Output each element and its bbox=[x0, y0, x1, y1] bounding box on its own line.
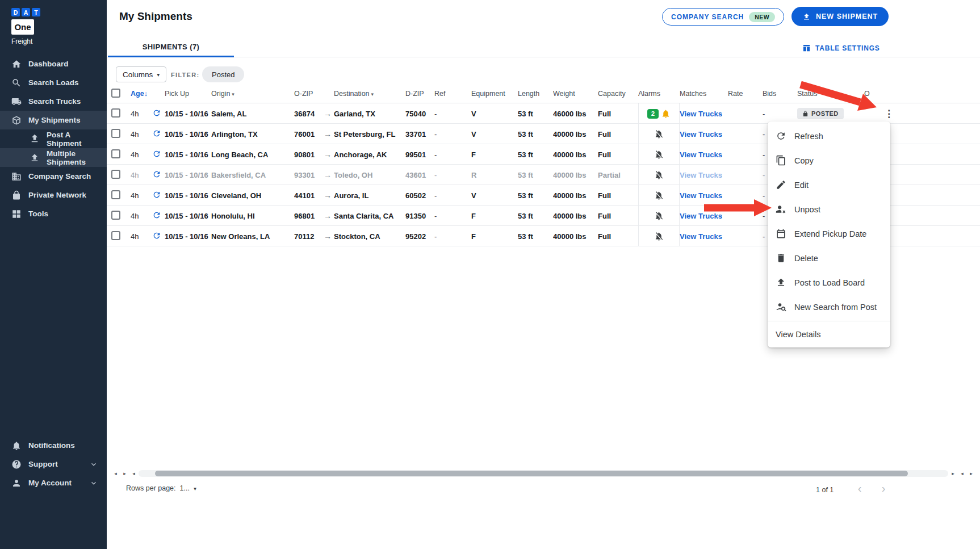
route-arrow-icon: → bbox=[324, 191, 334, 200]
capacity-cell: Full bbox=[598, 191, 638, 200]
sidebar-item-dashboard[interactable]: Dashboard bbox=[0, 55, 107, 73]
row-checkbox[interactable] bbox=[111, 231, 120, 240]
column-header-overflow[interactable]: O bbox=[864, 90, 881, 98]
menu-item-refresh[interactable]: Refresh bbox=[768, 124, 890, 148]
row-menu-button[interactable]: ⋮ bbox=[881, 108, 897, 120]
scroll-left-button[interactable]: ◂ bbox=[111, 470, 120, 477]
column-header-ozip[interactable]: O-ZIP bbox=[294, 90, 324, 98]
menu-item-new-search-from-post[interactable]: New Search from Post bbox=[768, 295, 890, 319]
sidebar-item-private-network[interactable]: Private Network bbox=[0, 186, 107, 204]
muted-bell-icon[interactable] bbox=[654, 211, 664, 221]
table-settings-button[interactable]: TABLE SETTINGS bbox=[802, 44, 880, 52]
sidebar-item-company-search[interactable]: Company Search bbox=[0, 167, 107, 186]
sidebar-item-tools[interactable]: Tools bbox=[0, 204, 107, 223]
filter-posted-chip[interactable]: Posted bbox=[202, 66, 244, 82]
muted-bell-icon[interactable] bbox=[654, 129, 664, 139]
previous-page-button[interactable]: ‹ bbox=[852, 480, 868, 496]
row-checkbox[interactable] bbox=[111, 108, 120, 118]
destination-cell: Stockton, CA bbox=[334, 232, 405, 241]
sidebar-item-support[interactable]: Support bbox=[0, 455, 107, 473]
row-checkbox[interactable] bbox=[111, 211, 120, 220]
scroll-right-button[interactable]: ▸ bbox=[967, 470, 975, 477]
muted-bell-icon[interactable] bbox=[654, 170, 664, 180]
company-search-button[interactable]: COMPANY SEARCH NEW bbox=[662, 8, 784, 26]
menu-item-unpost[interactable]: Unpost bbox=[768, 197, 890, 221]
view-trucks-link[interactable]: View Trucks bbox=[680, 130, 722, 139]
match-count-badge[interactable]: 2 bbox=[647, 109, 659, 119]
column-header-origin[interactable]: Origin▾ bbox=[211, 90, 294, 98]
scrollbar-thumb[interactable] bbox=[155, 471, 908, 476]
logo-freight: Freight bbox=[11, 37, 107, 45]
column-header-destination[interactable]: Destination▾ bbox=[334, 90, 405, 98]
view-trucks-link[interactable]: View Trucks bbox=[680, 232, 722, 241]
tab-shipments[interactable]: SHIPMENTS (7) bbox=[108, 40, 234, 57]
scroll-left-button[interactable]: ◂ bbox=[958, 470, 966, 477]
sidebar-item-search-loads[interactable]: Search Loads bbox=[0, 73, 107, 92]
column-header-bids[interactable]: Bids bbox=[763, 90, 797, 98]
row-checkbox[interactable] bbox=[111, 190, 120, 199]
select-all-checkbox[interactable] bbox=[111, 89, 120, 98]
row-checkbox[interactable] bbox=[111, 149, 120, 158]
capacity-cell: Full bbox=[598, 150, 638, 159]
refresh-row-icon[interactable] bbox=[152, 231, 161, 240]
refresh-row-icon[interactable] bbox=[152, 149, 161, 158]
menu-item-view-details[interactable]: View Details bbox=[768, 321, 890, 347]
row-checkbox[interactable] bbox=[111, 129, 120, 138]
refresh-row-icon[interactable] bbox=[152, 108, 161, 118]
column-header-length[interactable]: Length bbox=[518, 90, 553, 98]
scroll-right-button[interactable]: ▸ bbox=[949, 470, 957, 477]
sidebar-item-my-shipments[interactable]: My Shipments bbox=[0, 111, 107, 129]
column-header-status[interactable]: Status bbox=[797, 90, 864, 98]
menu-item-extend-pickup-date[interactable]: Extend Pickup Date bbox=[768, 221, 890, 246]
age-cell: 4h bbox=[131, 171, 152, 179]
refresh-row-icon[interactable] bbox=[152, 211, 161, 220]
sidebar-item-my-account[interactable]: My Account bbox=[0, 473, 107, 492]
scroll-left-button[interactable]: ◂ bbox=[129, 470, 138, 477]
menu-item-post-to-load-board[interactable]: Post to Load Board bbox=[768, 270, 890, 295]
caret-down-icon: ▾ bbox=[194, 485, 196, 492]
refresh-row-icon[interactable] bbox=[152, 129, 161, 138]
view-trucks-link[interactable]: View Trucks bbox=[680, 150, 722, 159]
scroll-right-button[interactable]: ▸ bbox=[120, 470, 129, 477]
column-header-capacity[interactable]: Capacity bbox=[598, 90, 638, 98]
column-header-dzip[interactable]: D-ZIP bbox=[405, 90, 434, 98]
column-header-equipment[interactable]: Equipment bbox=[471, 90, 518, 98]
muted-bell-icon[interactable] bbox=[654, 232, 664, 241]
column-header-weight[interactable]: Weight bbox=[553, 90, 598, 98]
origin-cell: Salem, AL bbox=[211, 110, 294, 118]
refresh-row-icon[interactable] bbox=[152, 170, 161, 179]
menu-item-copy[interactable]: Copy bbox=[768, 148, 890, 173]
ozip-cell: 44101 bbox=[294, 191, 324, 200]
sidebar-item-search-trucks[interactable]: Search Trucks bbox=[0, 92, 107, 111]
column-header-alarms[interactable]: Alarms bbox=[638, 90, 680, 98]
menu-item-edit[interactable]: Edit bbox=[768, 173, 890, 197]
pickup-cell: 10/15 - 10/16 bbox=[165, 212, 211, 220]
next-page-button[interactable]: › bbox=[876, 480, 891, 496]
equipment-cell: V bbox=[471, 110, 518, 118]
column-header-age[interactable]: Age↓ bbox=[131, 90, 152, 98]
sidebar-item-multiple-shipments[interactable]: Multiple Shipments bbox=[0, 148, 107, 167]
scrollbar-track[interactable] bbox=[139, 470, 948, 477]
view-trucks-link[interactable]: View Trucks bbox=[680, 110, 722, 118]
sidebar-item-notifications[interactable]: Notifications bbox=[0, 436, 107, 455]
columns-dropdown[interactable]: Columns ▾ bbox=[116, 66, 166, 82]
sidebar-item-post-a-shipment[interactable]: Post A Shipment bbox=[0, 129, 107, 148]
row-checkbox[interactable] bbox=[111, 170, 120, 179]
muted-bell-icon[interactable] bbox=[654, 191, 664, 200]
refresh-row-icon[interactable] bbox=[152, 190, 161, 199]
menu-item-delete[interactable]: Delete bbox=[768, 246, 890, 270]
length-cell: 53 ft bbox=[518, 191, 553, 200]
view-trucks-link[interactable]: View Trucks bbox=[680, 191, 722, 200]
columns-label: Columns bbox=[123, 70, 153, 79]
view-trucks-link[interactable]: View Trucks bbox=[680, 212, 722, 220]
rows-per-page-control[interactable]: Rows per page: 1... ▾ bbox=[126, 484, 196, 492]
muted-bell-icon[interactable] bbox=[654, 150, 664, 160]
column-header-ref[interactable]: Ref bbox=[434, 90, 471, 98]
view-trucks-link[interactable]: View Trucks bbox=[680, 171, 722, 179]
column-header-matches[interactable]: Matches bbox=[680, 90, 728, 98]
column-header-pickup[interactable]: Pick Up bbox=[165, 90, 211, 98]
alarm-bell-icon[interactable] bbox=[661, 109, 671, 119]
column-header-rate[interactable]: Rate bbox=[728, 90, 763, 98]
new-shipment-button[interactable]: NEW SHIPMENT bbox=[791, 7, 889, 26]
route-arrow-icon: → bbox=[324, 109, 334, 118]
